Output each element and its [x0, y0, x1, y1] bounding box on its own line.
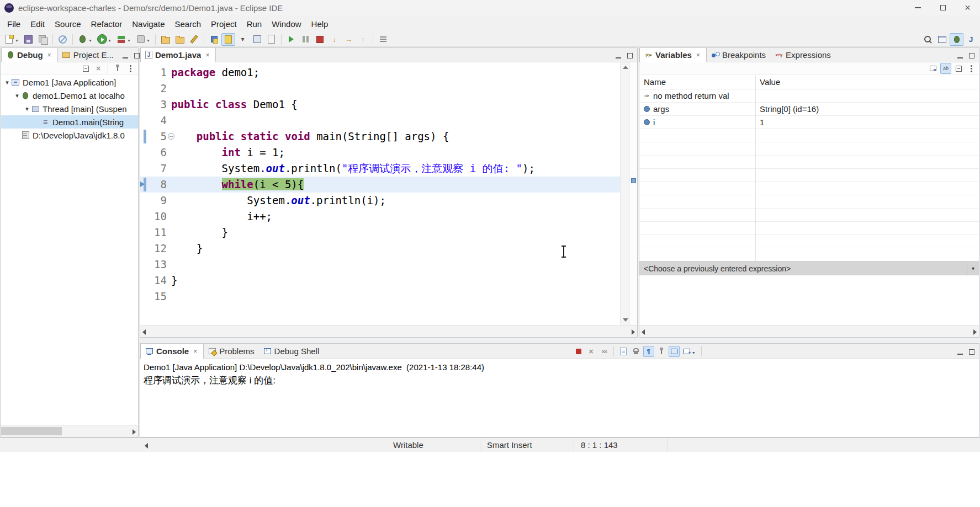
minimize-view-button[interactable]: [957, 348, 963, 355]
chevron-down-icon[interactable]: [23, 105, 31, 113]
editor-hscrollbar[interactable]: [140, 325, 637, 337]
close-icon[interactable]: [204, 51, 211, 58]
tab-variables[interactable]: Variables: [639, 48, 707, 62]
next-annotation-button[interactable]: [236, 33, 250, 46]
save-all-button[interactable]: [36, 33, 50, 46]
coverage-button[interactable]: [114, 33, 133, 46]
variables-hscrollbar[interactable]: [639, 325, 979, 337]
marker-gutter[interactable]: [140, 161, 149, 177]
tab-expressions[interactable]: Expressions: [770, 48, 835, 62]
tab-breakpoints[interactable]: Breakpoints: [707, 48, 770, 62]
clear-console-button[interactable]: [618, 346, 629, 357]
run-external-tools-button[interactable]: [134, 33, 152, 46]
code-line[interactable]: 6 int i = 1;: [140, 145, 620, 161]
menu-item-window[interactable]: Window: [267, 15, 306, 32]
variables-detail-pane[interactable]: [639, 276, 979, 325]
minimize-window-button[interactable]: [905, 0, 930, 15]
code-line[interactable]: 9 System.out.println(i);: [140, 193, 620, 209]
scrollbar-thumb[interactable]: [1, 427, 62, 435]
chevron-down-icon[interactable]: [3, 79, 11, 86]
console-output[interactable]: Demo1 [Java Application] D:\Develop\Java…: [140, 359, 979, 437]
remove-all-launches-button[interactable]: [598, 346, 610, 357]
code-line[interactable]: 13: [140, 257, 620, 273]
scroll-left-icon[interactable]: [642, 329, 645, 335]
new-class-button[interactable]: [187, 33, 201, 46]
java-perspective-button[interactable]: [964, 33, 978, 46]
fold-marker-icon[interactable]: [168, 133, 174, 140]
column-divider[interactable]: [755, 75, 756, 261]
maximize-view-button[interactable]: [627, 52, 633, 58]
show-logical-structures-button[interactable]: [928, 63, 939, 74]
code-line[interactable]: 8 while(i < 5){: [140, 177, 620, 193]
use-step-filters-button[interactable]: [376, 33, 390, 46]
variable-row[interactable]: argsString[0] (id=16): [639, 103, 979, 116]
debug-view-hscrollbar[interactable]: [1, 425, 138, 437]
code-line[interactable]: 11 }: [140, 225, 620, 241]
tab-debug[interactable]: Debug: [1, 48, 58, 62]
mark-occurrences-button[interactable]: [221, 33, 235, 46]
skip-all-breakpoints-button[interactable]: [56, 33, 70, 46]
search-button[interactable]: [207, 33, 221, 46]
menu-item-refactor[interactable]: Refactor: [86, 15, 128, 32]
close-icon[interactable]: [695, 51, 702, 58]
scroll-right-icon[interactable]: [973, 329, 977, 335]
marker-gutter[interactable]: [140, 225, 149, 241]
menu-item-edit[interactable]: Edit: [25, 15, 50, 32]
step-into-button[interactable]: [327, 33, 341, 46]
column-header-name[interactable]: Name: [639, 77, 755, 87]
marker-gutter[interactable]: [140, 177, 149, 193]
menu-item-file[interactable]: File: [2, 15, 25, 32]
choose-expression-combo[interactable]: <Choose a previously entered expression>: [639, 261, 979, 275]
menu-item-source[interactable]: Source: [50, 15, 86, 32]
close-icon[interactable]: [46, 51, 53, 58]
marker-gutter[interactable]: [140, 81, 149, 97]
marker-gutter[interactable]: [140, 273, 149, 289]
marker-gutter[interactable]: [140, 113, 149, 129]
run-button[interactable]: [95, 33, 114, 46]
tab-project-e[interactable]: Project E...: [58, 48, 118, 62]
menu-item-help[interactable]: Help: [306, 15, 333, 32]
code-line[interactable]: 15: [140, 289, 620, 305]
debug-tree-item[interactable]: Demo1.main(String: [1, 115, 138, 129]
show-type-names-button[interactable]: [940, 63, 951, 74]
collapse-all-button[interactable]: [80, 63, 91, 74]
step-return-button[interactable]: [356, 33, 370, 46]
remove-launch-button[interactable]: [586, 346, 597, 357]
menu-item-navigate[interactable]: Navigate: [127, 15, 169, 32]
maximize-view-button[interactable]: [968, 348, 975, 355]
debug-tree-item[interactable]: demo1.Demo1 at localho: [1, 89, 138, 102]
editor-vscrollbar[interactable]: [620, 62, 629, 325]
terminate-button[interactable]: [313, 33, 327, 46]
minimize-view-button[interactable]: [122, 52, 129, 58]
new-package-button[interactable]: [173, 33, 187, 46]
tab-problems[interactable]: Problems: [204, 344, 258, 359]
pin-console-button[interactable]: [656, 346, 667, 357]
debug-button[interactable]: [76, 33, 94, 46]
close-window-button[interactable]: [955, 0, 980, 15]
marker-gutter[interactable]: [140, 257, 149, 273]
view-menu-button[interactable]: [125, 63, 136, 74]
maximize-view-button[interactable]: [968, 52, 975, 58]
console-scroll-left-button[interactable]: [142, 440, 152, 450]
open-perspective-button[interactable]: [935, 33, 949, 46]
code-line[interactable]: 3public class Demo1 {: [140, 97, 620, 113]
close-icon[interactable]: [192, 348, 199, 355]
minimize-view-button[interactable]: [957, 52, 963, 58]
code-line[interactable]: 1package demo1;: [140, 65, 620, 81]
code-line[interactable]: 12 }: [140, 241, 620, 257]
resume-button[interactable]: [284, 33, 298, 46]
menu-item-search[interactable]: Search: [169, 15, 206, 32]
remove-all-terminated-button[interactable]: [93, 63, 104, 74]
display-selected-console-button[interactable]: [669, 346, 680, 357]
code-line[interactable]: 4: [140, 113, 620, 129]
open-type-button[interactable]: [250, 33, 264, 46]
debug-tree-item[interactable]: Thread [main] (Suspen: [1, 102, 138, 115]
marker-gutter[interactable]: [140, 65, 149, 81]
scroll-right-icon[interactable]: [133, 429, 136, 435]
tab-debug-shell[interactable]: Debug Shell: [259, 344, 324, 359]
debug-tree-item[interactable]: Demo1 [Java Application]: [1, 76, 138, 89]
view-menu-button[interactable]: [966, 63, 977, 74]
code-editor[interactable]: 1package demo1;23public class Demo1 {45 …: [140, 62, 620, 325]
step-over-button[interactable]: [342, 33, 356, 46]
code-line[interactable]: 10 i++;: [140, 209, 620, 225]
